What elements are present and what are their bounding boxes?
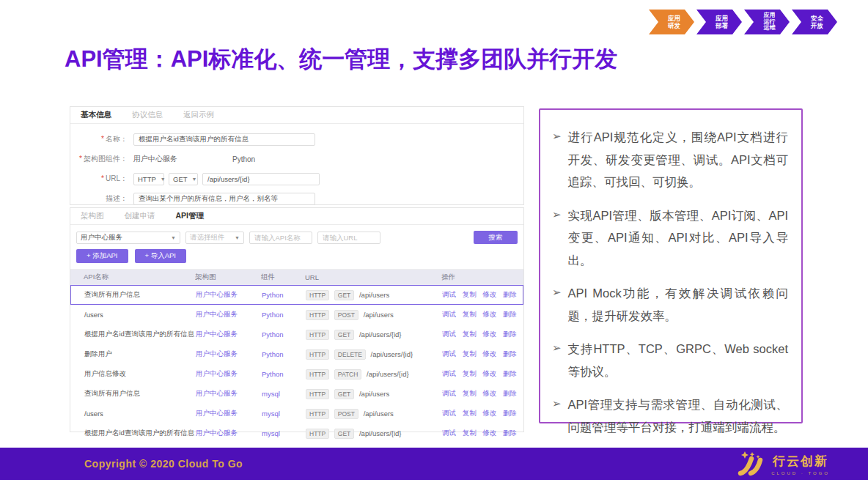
bullet-text: API Mock功能，有效解决调试依赖问题，提升研发效率。 [568,282,788,327]
debug-link[interactable]: 调试 [442,330,456,338]
component-select[interactable]: 请选择组件▼ [185,232,244,244]
edit-link[interactable]: 修改 [482,310,496,318]
copy-link[interactable]: 复制 [463,290,477,298]
edit-link[interactable]: 修改 [482,369,496,377]
arch-link[interactable]: 用户中心服务 [196,369,262,379]
arch-link[interactable]: 用户中心服务 [196,349,262,359]
row-operations: 调试 复制 修改 删除 [442,290,523,300]
component-link[interactable]: Python [262,350,306,358]
process-chevron[interactable]: 应用 运行 运维 [744,10,790,34]
table-row[interactable]: 查询所有用户信息 用户中心服务 mysql HTTP GET /api/user… [70,384,523,404]
arch-link[interactable]: 用户中心服务 [196,290,262,300]
url-text: /api/users [364,311,394,319]
table-row[interactable]: 查询所有用户信息 用户中心服务 Python HTTP GET /api/use… [70,285,523,305]
col-header-url: URL [305,273,441,281]
copy-link[interactable]: 复制 [463,369,477,377]
protocol-select[interactable]: HTTP▼ [133,173,164,185]
arch-link[interactable]: 用户中心服务 [196,389,262,399]
protocol-badge: HTTP [306,330,329,340]
logo-title: 行云创新 [773,453,828,470]
debug-link[interactable]: 调试 [442,429,456,437]
delete-link[interactable]: 删除 [503,389,517,397]
tab[interactable]: API管理 [166,208,215,224]
api-name-search-input[interactable] [249,232,312,244]
bullet-text: API管理支持与需求管理、自动化测试、问题管理等平台对接，打通端到端流程。 [568,393,788,438]
arch-link[interactable]: 用户中心服务 [196,409,262,418]
copy-link[interactable]: 复制 [463,310,477,318]
url-search-input[interactable] [317,232,380,244]
add-api-button[interactable]: + 添加API [76,249,128,263]
edit-link[interactable]: 修改 [482,409,496,417]
required-mark: * [79,155,82,163]
import-api-button[interactable]: + 导入API [135,249,187,263]
process-chevron[interactable]: 应用 研发 [649,10,694,34]
component-link[interactable]: mysql [262,390,306,398]
delete-link[interactable]: 删除 [503,369,517,377]
table-row[interactable]: /users 用户中心服务 mysql HTTP POST /api/users… [70,404,523,423]
edit-link[interactable]: 修改 [482,349,496,358]
table-row[interactable]: /users 用户中心服务 Python HTTP POST /api/user… [70,305,523,325]
component-link[interactable]: Python [262,291,306,299]
tab[interactable]: 基本信息 [70,107,122,123]
table-row[interactable]: 删除用户 用户中心服务 Python HTTP DELETE /api/user… [70,344,523,364]
component-link[interactable]: Python [262,330,306,338]
process-chevron[interactable]: 应用 部署 [696,10,742,34]
copy-link[interactable]: 复制 [463,409,477,417]
table-row[interactable]: 根据用户名id查询该用户的所有信息 用户中心服务 Python HTTP GET… [70,325,523,344]
cloudtogo-logo-icon [736,451,765,477]
edit-link[interactable]: 修改 [482,429,496,437]
component-link[interactable]: mysql [262,410,306,418]
tab[interactable]: 架构图 [70,208,114,224]
debug-link[interactable]: 调试 [442,349,456,358]
edit-link[interactable]: 修改 [482,330,496,338]
component-link[interactable]: Python [262,311,306,319]
process-chevron[interactable]: 安全 开放 [792,10,837,34]
url-cell: HTTP POST /api/users [306,409,442,419]
delete-link[interactable]: 删除 [503,290,517,298]
url-input[interactable] [202,173,320,185]
url-field-row: *URL： HTTP▼ GET▼ [70,172,523,185]
table-row[interactable]: 根据用户名id查询该用户的所有信息 用户中心服务 mysql HTTP GET … [70,423,523,443]
debug-link[interactable]: 调试 [442,409,456,417]
tab[interactable]: 协议信息 [122,107,173,123]
copy-link[interactable]: 复制 [463,429,477,437]
copy-link[interactable]: 复制 [463,349,477,358]
arch-link[interactable]: 用户中心服务 [196,310,262,319]
desc-input[interactable] [133,193,315,205]
delete-link[interactable]: 删除 [503,349,517,358]
feature-info-box: ➢ 进行API规范化定义，围绕API文档进行开发、研发变更管理、调试。API文档… [539,108,803,423]
delete-link[interactable]: 删除 [503,409,517,417]
tab[interactable]: 返回示例 [173,107,224,123]
debug-link[interactable]: 调试 [442,290,456,298]
arrow-bullet-icon: ➢ [552,282,562,327]
debug-link[interactable]: 调试 [442,389,456,397]
search-button[interactable]: 搜索 [474,231,518,244]
arch-link[interactable]: 用户中心服务 [196,429,262,438]
service-select[interactable]: 用户中心服务▼ [76,232,180,244]
bullet-item: ➢ API Mock功能，有效解决调试依赖问题，提升研发效率。 [552,282,788,327]
delete-link[interactable]: 删除 [503,310,517,318]
protocol-badge: HTTP [306,369,329,380]
method-select[interactable]: GET▼ [169,173,198,185]
url-text: /api/users/{id} [359,429,402,437]
component-link[interactable]: mysql [262,429,306,437]
copy-link[interactable]: 复制 [463,330,477,338]
tab[interactable]: 创建申请 [114,208,166,224]
arch-link[interactable]: 用户中心服务 [196,330,262,339]
row-operations: 调试 复制 修改 删除 [442,369,523,379]
table-row[interactable]: 用户信息修改 用户中心服务 Python HTTP PATCH /api/use… [70,364,523,384]
col-header-name: API名称 [84,273,195,282]
method-badge: POST [334,409,358,419]
debug-link[interactable]: 调试 [442,310,456,318]
debug-link[interactable]: 调试 [442,369,456,377]
edit-link[interactable]: 修改 [482,389,496,397]
logo-text: 行云创新 CLOUD · TOGO [771,453,830,475]
copy-link[interactable]: 复制 [463,389,477,397]
arch-field-row: *架构图组件： 用户中心服务 Python [70,152,523,166]
protocol-badge: HTTP [306,409,329,419]
edit-link[interactable]: 修改 [482,290,496,298]
delete-link[interactable]: 删除 [503,429,517,437]
component-link[interactable]: Python [262,370,306,378]
delete-link[interactable]: 删除 [503,330,517,338]
name-input[interactable] [133,133,315,146]
